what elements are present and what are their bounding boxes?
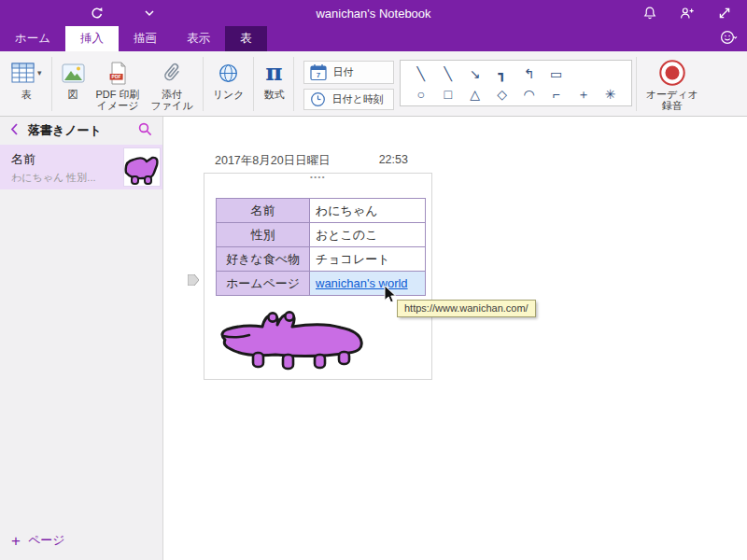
clock-icon [310, 91, 326, 107]
shape-star-icon[interactable]: ✳ [603, 86, 618, 103]
title-bar: wanichan's Notebook [0, 0, 747, 26]
table-cell-value[interactable]: おとこのこ [310, 223, 426, 247]
shapes-gallery: ╲ ╲ ↘ ┓ ↰ ▭ ○ □ △ ◇ ◠ ⌐ ＋ ✳ [400, 60, 632, 106]
page-list-item-selected[interactable]: 名前 わにちゃん 性別... [0, 145, 162, 189]
shape-arc-icon[interactable]: ◠ [522, 86, 537, 103]
note-container[interactable]: •••• 名前 わにちゃん 性別 おとこのこ 好きな食べ物 チョコレート [204, 173, 432, 380]
shape-arrow-icon[interactable]: ↘ [468, 65, 483, 82]
page-thumbnail [123, 147, 161, 187]
table-cell-value[interactable]: わにちゃん [310, 199, 426, 223]
mouse-cursor [384, 285, 398, 308]
table-cell-label[interactable]: 好きな食べ物 [217, 247, 310, 272]
shape-line-icon[interactable]: ╲ [414, 65, 429, 82]
crocodile-doodle[interactable] [218, 304, 372, 375]
add-page-button[interactable]: + ページ [11, 532, 65, 549]
globe-link-icon [218, 57, 239, 89]
svg-text:7: 7 [317, 71, 321, 79]
page-sidebar: 落書きノート 名前 わにちゃん 性別... + ページ [0, 117, 163, 560]
insert-link-button[interactable]: リンク [207, 55, 250, 100]
insert-equation-button[interactable]: π 数式 [258, 55, 289, 100]
pi-equation-icon: π [265, 60, 282, 86]
attach-file-button[interactable]: 添付 ファイル [146, 55, 199, 111]
table-grid-icon: ▾ [11, 57, 42, 89]
page-canvas[interactable]: 2017年8月20日日曜日 22:53 •••• 名前 わにちゃん 性別 おとこ… [163, 117, 747, 560]
toolbar-chevron-down-icon[interactable] [142, 6, 157, 21]
share-add-person-icon[interactable] [680, 6, 695, 21]
svg-text:PDF: PDF [111, 74, 120, 79]
audio-record-button[interactable]: オーディオ 録音 [641, 55, 704, 111]
shape-plus-axes-icon[interactable]: ＋ [576, 86, 591, 103]
page-date: 2017年8月20日日曜日 [215, 153, 331, 169]
insert-pdf-printout-button[interactable]: PDF PDF 印刷 イメージ [91, 55, 146, 111]
feedback-smiley-icon[interactable] [719, 28, 738, 50]
shape-circle-icon[interactable]: ○ [414, 86, 429, 103]
insert-table-button[interactable]: ▾ 表 [6, 55, 48, 100]
table-row: 名前 わにちゃん [217, 199, 426, 223]
date-time-group: 7 日付 日付と時刻 [303, 61, 393, 110]
shape-triangle-icon[interactable]: △ [468, 86, 483, 103]
tab-insert[interactable]: 挿入 [65, 26, 119, 51]
table-cell-label[interactable]: 性別 [217, 223, 310, 247]
shape-square-icon[interactable]: □ [441, 86, 456, 103]
container-drag-handle[interactable]: •••• [204, 174, 431, 181]
table-cell-label[interactable]: ホームページ [217, 272, 310, 296]
shape-elbow-arrow-icon[interactable]: ↰ [522, 65, 537, 82]
paragraph-handle[interactable] [188, 273, 199, 284]
page-date-line: 2017年8月20日日曜日 22:53 [215, 153, 408, 169]
paperclip-icon [161, 57, 183, 89]
page-item-preview: わにちゃん 性別... [11, 171, 114, 185]
tab-table-contextual[interactable]: 表 [225, 26, 267, 51]
ribbon-separator [51, 57, 52, 111]
tab-view[interactable]: 表示 [172, 26, 225, 51]
search-icon[interactable] [137, 121, 153, 141]
shape-angle-icon[interactable]: ⌐ [549, 86, 564, 103]
page-time: 22:53 [379, 153, 408, 169]
undo-icon[interactable] [90, 6, 105, 21]
note-table: 名前 わにちゃん 性別 おとこのこ 好きな食べ物 チョコレート ホームページ w… [216, 198, 426, 296]
ribbon-insert: ▾ 表 図 PDF [0, 51, 747, 117]
picture-icon [62, 57, 85, 89]
insert-picture-button[interactable]: 図 [56, 55, 91, 100]
sidebar-header: 落書きノート [0, 117, 162, 145]
insert-date-button[interactable]: 7 日付 [303, 61, 393, 84]
ribbon-separator [293, 57, 294, 111]
table-cell-label[interactable]: 名前 [217, 199, 310, 223]
shape-diamond-icon[interactable]: ◇ [495, 86, 510, 103]
pdf-document-icon: PDF [108, 57, 128, 89]
ribbon-tab-row: ホーム 挿入 描画 表示 表 [0, 26, 747, 51]
plus-icon: + [11, 533, 21, 549]
onenote-window: wanichan's Notebook [0, 0, 747, 560]
record-icon [657, 57, 687, 89]
expand-fullscreen-icon[interactable] [717, 6, 732, 21]
table-cell-value[interactable]: チョコレート [310, 247, 426, 272]
tab-home[interactable]: ホーム [0, 26, 65, 51]
shape-rectangle-wide-icon[interactable]: ▭ [549, 65, 564, 82]
insert-datetime-button[interactable]: 日付と時刻 [303, 89, 393, 110]
table-dropdown-icon: ▾ [37, 68, 42, 77]
notifications-bell-icon[interactable] [642, 6, 657, 21]
table-row: 性別 おとこのこ [217, 223, 426, 247]
page-item-title: 名前 [11, 151, 114, 168]
ribbon-separator [636, 57, 637, 111]
shape-line2-icon[interactable]: ╲ [441, 65, 456, 82]
ribbon-separator [253, 57, 254, 111]
back-chevron-icon[interactable] [9, 122, 21, 140]
tab-draw[interactable]: 描画 [119, 26, 172, 51]
link-tooltip: https://www.wanichan.com/ [397, 300, 536, 317]
calendar-icon: 7 [310, 63, 327, 81]
section-name[interactable]: 落書きノート [28, 122, 130, 139]
table-row: 好きな食べ物 チョコレート [217, 247, 426, 272]
ribbon-separator [203, 57, 204, 111]
table-cell-value-link: wanichan's world [310, 272, 426, 296]
shape-elbow-icon[interactable]: ┓ [495, 65, 510, 82]
